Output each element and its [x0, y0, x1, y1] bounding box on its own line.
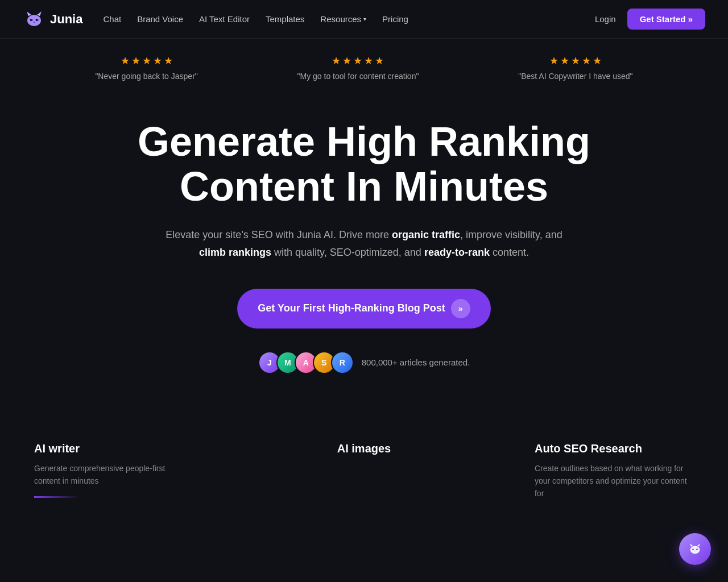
stars-2: ★ ★ ★ ★ ★: [332, 55, 384, 67]
review-text-3: "Best AI Copywriter I have used": [518, 72, 632, 81]
nav-links: Chat Brand Voice AI Text Editor Template…: [103, 14, 408, 24]
stars-1: ★ ★ ★ ★ ★: [121, 55, 173, 67]
svg-point-16: [694, 551, 695, 551]
feature-underline: [34, 496, 80, 498]
nav-chat[interactable]: Chat: [103, 14, 121, 24]
get-started-button[interactable]: Get Started »: [627, 9, 705, 30]
subtitle-plain-4: content.: [490, 247, 529, 258]
nav-resources-dropdown[interactable]: Resources ▾: [320, 14, 366, 24]
feature-ai-writer-title: AI writer: [34, 442, 193, 455]
star: ★: [353, 55, 362, 67]
stars-3: ★ ★ ★ ★ ★: [549, 55, 602, 67]
nav-left: Junia Chat Brand Voice AI Text Editor Te…: [23, 8, 408, 31]
svg-point-10: [34, 22, 35, 23]
review-text-2: "My go to tool for content creation": [297, 72, 419, 81]
subtitle-plain-2: , improve visibility, and: [460, 229, 562, 240]
svg-point-8: [31, 19, 32, 20]
navbar: Junia Chat Brand Voice AI Text Editor Te…: [0, 0, 728, 39]
nav-ai-text-editor[interactable]: AI Text Editor: [199, 14, 250, 24]
star: ★: [364, 55, 373, 67]
review-item-2: ★ ★ ★ ★ ★ "My go to tool for content cre…: [297, 55, 419, 81]
feature-ai-images-title: AI images: [337, 442, 391, 455]
chatbot-bubble[interactable]: [679, 533, 711, 565]
hero-title: Generate High Ranking Content In Minutes: [108, 119, 620, 209]
svg-marker-12: [690, 543, 693, 547]
feature-ai-writer: AI writer Generate comprehensive people-…: [34, 442, 193, 498]
review-item-3: ★ ★ ★ ★ ★ "Best AI Copywriter I have use…: [518, 55, 632, 81]
logo[interactable]: Junia: [23, 8, 82, 31]
star: ★: [342, 55, 351, 67]
chatbot-icon: [687, 541, 703, 557]
hero-section: Generate High Ranking Content In Minutes…: [0, 97, 728, 408]
feature-auto-seo: Auto SEO Research Create outlines based …: [535, 442, 694, 500]
star: ★: [571, 55, 580, 67]
svg-point-1: [27, 15, 41, 26]
avatars: J M A S R: [258, 351, 354, 374]
social-proof-text: 800,000+ articles generated.: [362, 357, 470, 367]
subtitle-plain-1: Elevate your site's SEO with Junia AI. D…: [166, 229, 392, 240]
review-text-1: "Never going back to Jasper": [95, 72, 197, 81]
feature-ai-images: AI images: [337, 442, 391, 462]
svg-point-7: [36, 19, 39, 21]
star: ★: [560, 55, 569, 67]
hero-subtitle: Elevate your site's SEO with Junia AI. D…: [165, 226, 563, 261]
logo-text: Junia: [50, 12, 82, 27]
feature-ai-writer-desc: Generate comprehensive people-first cont…: [34, 462, 193, 488]
star: ★: [121, 55, 130, 67]
nav-templates[interactable]: Templates: [266, 14, 304, 24]
feature-auto-seo-title: Auto SEO Research: [535, 442, 694, 455]
login-button[interactable]: Login: [595, 14, 616, 24]
star: ★: [582, 55, 591, 67]
star: ★: [164, 55, 173, 67]
subtitle-bold-3: ready-to-rank: [424, 247, 490, 258]
svg-point-9: [37, 19, 38, 20]
subtitle-bold-1: organic traffic: [392, 229, 460, 240]
cta-label: Get Your First High-Ranking Blog Post: [258, 302, 445, 314]
subtitle-bold-2: climb rankings: [199, 247, 271, 258]
social-proof: J M A S R 800,000+ articles generated.: [258, 351, 470, 374]
nav-brand-voice[interactable]: Brand Voice: [137, 14, 183, 24]
feature-auto-seo-desc: Create outlines based on what working fo…: [535, 462, 694, 500]
svg-point-15: [696, 548, 698, 550]
avatar: R: [331, 351, 354, 374]
star: ★: [153, 55, 162, 67]
nav-right: Login Get Started »: [595, 9, 705, 30]
star: ★: [549, 55, 559, 67]
svg-point-14: [692, 548, 694, 550]
star: ★: [332, 55, 341, 67]
star: ★: [142, 55, 151, 67]
svg-marker-13: [697, 543, 701, 547]
star: ★: [131, 55, 140, 67]
review-item-1: ★ ★ ★ ★ ★ "Never going back to Jasper": [95, 55, 197, 81]
star: ★: [375, 55, 384, 67]
chevron-down-icon: ▾: [363, 16, 366, 22]
features-strip: AI writer Generate comprehensive people-…: [0, 408, 728, 500]
arrow-icon: »: [451, 299, 470, 318]
nav-pricing[interactable]: Pricing: [382, 14, 408, 24]
reviews-bar: ★ ★ ★ ★ ★ "Never going back to Jasper" ★…: [0, 39, 728, 97]
svg-point-11: [690, 546, 700, 554]
logo-icon: [23, 8, 46, 31]
subtitle-plain-3: with quality, SEO-optimized, and: [271, 247, 424, 258]
star: ★: [593, 55, 602, 67]
cta-button[interactable]: Get Your First High-Ranking Blog Post »: [237, 289, 490, 329]
svg-point-6: [30, 19, 33, 21]
